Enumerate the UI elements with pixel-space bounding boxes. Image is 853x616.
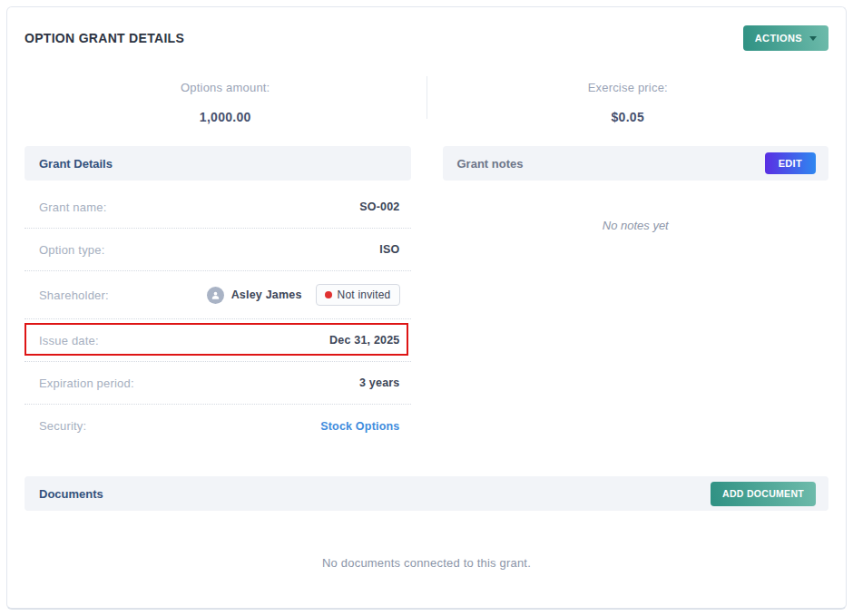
row-label: Security: (39, 419, 86, 433)
grant-notes-title: Grant notes (457, 157, 524, 171)
options-amount-label: Options amount: (25, 81, 426, 94)
grant-details-panel: Grant Details Grant name: SO-002 Option … (25, 146, 411, 447)
row-value: 3 years (359, 376, 400, 389)
detail-row-option-type: Option type: ISO (25, 229, 411, 271)
documents-title: Documents (39, 487, 103, 501)
detail-row-issue-date: Issue date: Dec 31, 2025 (25, 319, 411, 362)
options-amount-stat: Options amount: 1,000.00 (25, 73, 426, 124)
security-link[interactable]: Stock Options (320, 420, 399, 433)
grant-details-rows: Grant name: SO-002 Option type: ISO Shar… (25, 186, 411, 447)
chevron-down-icon (809, 36, 817, 41)
add-document-button[interactable]: ADD DOCUMENT (711, 482, 816, 506)
notes-empty-text: No notes yet (443, 219, 829, 232)
summary-stats: Options amount: 1,000.00 Exercise price:… (25, 73, 828, 124)
detail-row-security: Security: Stock Options (25, 405, 411, 447)
exercise-price-value: $0.05 (427, 110, 829, 124)
shareholder-name: Asley James (231, 288, 302, 301)
person-icon (211, 290, 221, 300)
row-label: Issue date: (39, 334, 99, 347)
content-columns: Grant Details Grant name: SO-002 Option … (25, 146, 828, 447)
exercise-price-stat: Exercise price: $0.05 (427, 73, 829, 124)
card-header: OPTION GRANT DETAILS ACTIONS (25, 25, 828, 51)
grant-details-title: Grant Details (39, 157, 113, 171)
detail-row-expiration-period: Expiration period: 3 years (25, 362, 411, 405)
page-title: OPTION GRANT DETAILS (25, 31, 184, 45)
row-label: Expiration period: (39, 376, 134, 390)
status-dot-icon (325, 291, 332, 298)
grant-notes-panel: Grant notes EDIT No notes yet (443, 146, 829, 447)
options-amount-value: 1,000.00 (25, 110, 426, 124)
row-label: Grant name: (39, 200, 106, 214)
detail-row-shareholder: Shareholder: Asley James Not invited (25, 271, 411, 319)
edit-notes-button[interactable]: EDIT (765, 152, 816, 174)
row-value: Dec 31, 2025 (329, 334, 399, 347)
row-value: SO-002 (359, 200, 399, 213)
grant-notes-header: Grant notes EDIT (443, 146, 829, 181)
documents-empty-text: No documents connected to this grant. (25, 556, 828, 570)
row-value: ISO (379, 243, 399, 256)
row-label: Option type: (39, 243, 105, 257)
grant-details-header: Grant Details (25, 146, 411, 181)
detail-row-grant-name: Grant name: SO-002 (25, 186, 411, 229)
shareholder-value: Asley James Not invited (207, 284, 400, 306)
exercise-price-label: Exercise price: (427, 81, 829, 94)
actions-button-label: ACTIONS (755, 33, 802, 44)
option-grant-card: OPTION GRANT DETAILS ACTIONS Options amo… (6, 6, 847, 610)
actions-button[interactable]: ACTIONS (743, 25, 828, 51)
documents-header: Documents ADD DOCUMENT (25, 476, 828, 511)
status-badge-label: Not invited (338, 288, 391, 301)
avatar (207, 287, 224, 304)
status-badge: Not invited (316, 284, 400, 306)
row-label: Shareholder: (39, 288, 109, 302)
